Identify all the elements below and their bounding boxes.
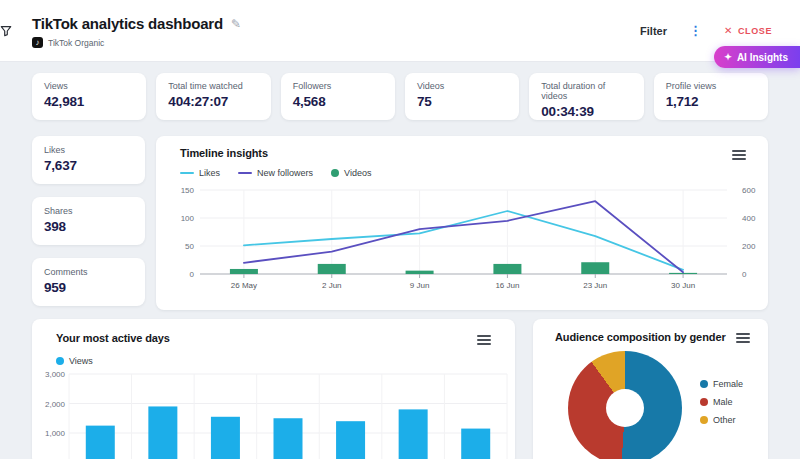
sparkle-icon: ✦ — [724, 52, 732, 62]
stat-label: Comments — [44, 267, 133, 277]
page-title: TikTok analytics dashboard — [32, 15, 223, 32]
legend-item-male[interactable]: Male — [700, 397, 743, 407]
legend-item-female[interactable]: Female — [700, 379, 743, 389]
ai-insights-label: AI Insights — [737, 52, 788, 63]
stat-card-total-duration: Total duration of videos 00:34:39 — [529, 73, 643, 120]
donut-hole — [606, 389, 644, 427]
stat-label: Profile views — [666, 81, 756, 91]
close-icon: ✕ — [724, 25, 733, 36]
legend-label: Female — [713, 379, 743, 389]
svg-text:400: 400 — [742, 214, 756, 223]
svg-text:16 Jun: 16 Jun — [495, 281, 519, 290]
chart-title: Audience composition by gender — [555, 331, 726, 343]
legend-label: Videos — [344, 168, 371, 178]
legend-label: Male — [713, 397, 733, 407]
stat-card-profile-views: Profile views 1,712 — [654, 73, 768, 120]
stat-card-likes: Likes 7,637 — [32, 136, 145, 184]
stat-value: 42,981 — [44, 94, 134, 109]
legend-item-videos[interactable]: Videos — [331, 168, 371, 178]
chart-title: Timeline insights — [180, 147, 268, 159]
close-button[interactable]: ✕ CLOSE — [724, 25, 772, 36]
svg-text:3,000: 3,000 — [45, 371, 66, 379]
other-swatch — [700, 416, 708, 424]
stat-value: 404:27:07 — [168, 94, 258, 109]
chart-menu-icon[interactable] — [732, 150, 746, 162]
legend-item-likes[interactable]: Likes — [180, 168, 220, 178]
stats-row: Views 42,981 Total time watched 404:27:0… — [32, 73, 768, 120]
stat-label: Followers — [293, 81, 383, 91]
header-left: TikTok analytics dashboard ✎ ♪ TikTok Or… — [0, 13, 241, 48]
more-options-icon[interactable]: ⋮ — [689, 24, 702, 37]
svg-text:200: 200 — [742, 242, 756, 251]
svg-text:150: 150 — [181, 186, 195, 195]
svg-text:23 Jun: 23 Jun — [583, 281, 607, 290]
svg-text:1,000: 1,000 — [45, 429, 66, 438]
filter-label: Filter — [640, 25, 667, 37]
female-swatch — [700, 380, 708, 388]
videos-swatch — [331, 169, 339, 177]
stat-card-total-time-watched: Total time watched 404:27:07 — [156, 73, 270, 120]
gender-legend: Female Male Other — [700, 379, 743, 425]
svg-text:50: 50 — [185, 242, 194, 251]
svg-text:0: 0 — [742, 270, 747, 279]
ai-insights-button[interactable]: ✦ AI Insights — [714, 46, 800, 68]
active-days-chart[interactable]: 1,0002,0003,000 — [32, 371, 515, 459]
stat-value: 00:34:39 — [541, 104, 631, 119]
timeline-legend: Likes New followers Videos — [180, 168, 371, 178]
header: TikTok analytics dashboard ✎ ♪ TikTok Or… — [0, 0, 800, 62]
stat-value: 398 — [44, 219, 133, 234]
edit-title-icon[interactable]: ✎ — [231, 17, 241, 31]
side-stats-column: Likes 7,637 Shares 398 Comments 959 — [32, 136, 145, 306]
stat-card-shares: Shares 398 — [32, 197, 145, 245]
chart-menu-icon[interactable] — [736, 333, 750, 345]
tiktok-analytics-dashboard: TikTok analytics dashboard ✎ ♪ TikTok Or… — [0, 0, 800, 459]
svg-text:0: 0 — [190, 270, 195, 279]
stat-card-views: Views 42,981 — [32, 73, 146, 120]
svg-text:30 Jun: 30 Jun — [671, 281, 695, 290]
stat-value: 7,637 — [44, 158, 133, 173]
chart-menu-icon[interactable] — [477, 335, 491, 347]
stat-card-videos: Videos 75 — [405, 73, 519, 120]
views-swatch — [56, 357, 64, 365]
stat-label: Total time watched — [168, 81, 258, 91]
new-followers-swatch — [238, 172, 252, 174]
legend-label: Likes — [199, 168, 220, 178]
legend-label: Views — [69, 356, 93, 366]
timeline-chart[interactable]: 005020010040015060026 May2 Jun9 Jun16 Ju… — [156, 186, 768, 298]
svg-text:9 Jun: 9 Jun — [410, 281, 430, 290]
legend-item-other[interactable]: Other — [700, 415, 743, 425]
stat-value: 75 — [417, 94, 507, 109]
gender-donut-chart[interactable] — [568, 351, 682, 459]
stat-card-followers: Followers 4,568 — [281, 73, 395, 120]
male-swatch — [700, 398, 708, 406]
days-legend: Views — [56, 356, 93, 366]
legend-item-views[interactable]: Views — [56, 356, 93, 366]
legend-label: New followers — [257, 168, 313, 178]
stat-label: Videos — [417, 81, 507, 91]
legend-item-new-followers[interactable]: New followers — [238, 168, 313, 178]
stat-value: 1,712 — [666, 94, 756, 109]
data-source-label: TikTok Organic — [48, 38, 104, 48]
gender-composition-card: Audience composition by gender Female Ma… — [533, 319, 768, 459]
timeline-insights-card: Timeline insights Likes New followers Vi… — [156, 136, 768, 310]
stat-label: Shares — [44, 206, 133, 216]
likes-swatch — [180, 172, 194, 174]
stat-value: 959 — [44, 280, 133, 295]
filter-button[interactable]: Filter — [640, 25, 667, 37]
stat-label: Total duration of videos — [541, 81, 631, 101]
stat-card-comments: Comments 959 — [32, 258, 145, 306]
most-active-days-card: Your most active days Views 1,0002,0003,… — [32, 319, 515, 459]
stat-label: Likes — [44, 145, 133, 155]
chart-title: Your most active days — [56, 332, 170, 344]
stat-value: 4,568 — [293, 94, 383, 109]
tiktok-icon: ♪ — [32, 37, 43, 48]
svg-text:2 Jun: 2 Jun — [322, 281, 342, 290]
header-actions: Filter ⋮ ✕ CLOSE — [640, 24, 800, 37]
stat-label: Views — [44, 81, 134, 91]
svg-text:600: 600 — [742, 186, 756, 195]
funnel-icon — [0, 25, 12, 37]
svg-text:2,000: 2,000 — [45, 400, 66, 409]
close-label: CLOSE — [738, 26, 772, 36]
svg-text:100: 100 — [181, 214, 195, 223]
data-source: ♪ TikTok Organic — [32, 37, 241, 48]
